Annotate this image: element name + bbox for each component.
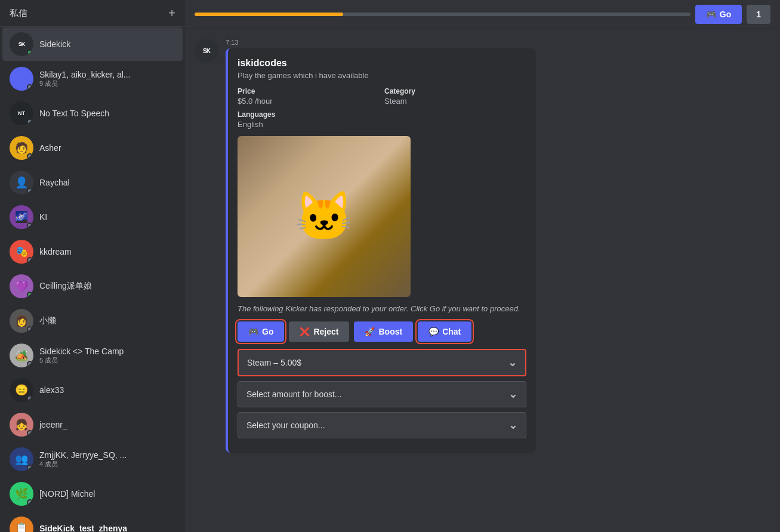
embed-desc: Play the games which i have available: [238, 71, 526, 80]
sidebar-item-jeeenr[interactable]: 👧 jeeenr_: [2, 408, 183, 441]
sidebar-item-sub: 5 成员: [39, 356, 124, 365]
avatar: 🎭: [10, 240, 33, 264]
price-value: $5.0 /hour: [238, 97, 380, 106]
category-label: Category: [384, 87, 526, 95]
cat-image: [238, 136, 411, 297]
x-icon: [300, 327, 310, 336]
sidebar-item-nord[interactable]: 🌿 [NORD] Michel: [2, 477, 183, 511]
avatar: 👥: [10, 447, 33, 471]
sidebar-item-asher[interactable]: 🧑 Asher: [2, 131, 183, 165]
sidebar: 私信 + SK Sidekick Skilay1, aiko_kicker, a…: [0, 0, 185, 532]
gamepad-icon: [706, 10, 716, 19]
avatar: 😑: [10, 378, 33, 402]
avatar: 🌌: [10, 205, 33, 229]
avatar: 💜: [10, 274, 33, 298]
avatar: 🏕️: [10, 344, 33, 367]
languages-value: English: [238, 120, 380, 129]
sidebar-item-kl[interactable]: 🌌 KI: [2, 200, 183, 234]
progress-bar: [195, 13, 690, 16]
sidebar-item-test[interactable]: 📋 SideKick_test_zhenya: [2, 512, 183, 532]
go-button[interactable]: Go: [238, 321, 284, 342]
sidebar-item-kkdream[interactable]: 🎭 kkdream: [2, 235, 183, 268]
sidebar-item-name: kkdream: [39, 247, 72, 256]
boost-button[interactable]: Boost: [354, 321, 413, 342]
chevron-down-icon: [508, 356, 517, 369]
sidebar-item-camp[interactable]: 🏕️ Sidekick <> The Camp 5 成员: [2, 339, 183, 372]
languages-label: Languages: [238, 110, 380, 119]
avatar: 👤: [10, 171, 33, 194]
sidebar-item-name: [NORD] Michel: [39, 489, 95, 499]
progress-fill: [195, 13, 343, 16]
sidebar-item-zmjj[interactable]: 👥 ZmjjKK, Jerryye_SQ, ... 4 成员: [2, 443, 183, 476]
embed-fields: Price $5.0 /hour Category Steam Language…: [238, 87, 526, 129]
reject-button[interactable]: Reject: [289, 321, 349, 342]
avatar: 👧: [10, 413, 33, 437]
sidebar-item-name: ZmjjKK, Jerryye_SQ, ...: [39, 450, 127, 460]
top-bar: Go 1: [185, 0, 780, 29]
action-buttons: Go Reject Boost Chat: [238, 321, 526, 342]
avatar: 📋: [10, 516, 33, 532]
avatar: NT: [10, 101, 33, 125]
price-label: Price: [238, 87, 380, 95]
main-content: Go 1 SK 7:13 iskidcodes Play the games w…: [185, 0, 780, 532]
rocket-icon: [365, 327, 375, 336]
embed-footer: The following Kicker has responded to yo…: [238, 304, 526, 313]
sidebar-item-name: KI: [39, 212, 47, 222]
embed-title: iskidcodes: [238, 58, 526, 69]
sidebar-item-name: Raychal: [39, 178, 70, 187]
sidebar-item-xiao[interactable]: 👩 小懒: [2, 304, 183, 338]
topbar-number-button[interactable]: 1: [747, 5, 770, 24]
coupon-dropdown[interactable]: Select your coupon...: [238, 412, 526, 438]
sidebar-item-name: Asher: [39, 143, 61, 153]
message-block: SK 7:13 iskidcodes Play the games which …: [195, 39, 770, 453]
topbar-go-button[interactable]: Go: [695, 5, 742, 24]
price-field: Price $5.0 /hour: [238, 87, 380, 106]
embed-image: [238, 136, 411, 297]
avatar: 👩: [10, 309, 33, 333]
avatar: 🧑: [10, 136, 33, 160]
sidebar-item-sub: 4 成员: [39, 460, 127, 469]
avatar: 🌿: [10, 482, 33, 506]
sidebar-item-name: jeeenr_: [39, 420, 67, 429]
sidebar-item-name: SideKick_test_zhenya: [39, 524, 127, 532]
sidebar-item-name: Ceilling派单娘: [39, 281, 92, 292]
chevron-down-icon: [508, 388, 517, 401]
sidebar-item-name: Sidekick <> The Camp: [39, 347, 124, 356]
avatar: SK: [10, 32, 33, 56]
category-field: Category Steam: [384, 87, 526, 106]
add-dm-button[interactable]: +: [168, 7, 175, 19]
sidebar-item-name: alex33: [39, 385, 64, 395]
sidebar-item-sidekick[interactable]: SK Sidekick: [2, 27, 183, 61]
category-value: Steam: [384, 97, 526, 106]
chat-area: SK 7:13 iskidcodes Play the games which …: [185, 29, 780, 532]
sidebar-item-sub: 9 成员: [39, 79, 131, 88]
boost-amount-dropdown[interactable]: Select amount for boost...: [238, 381, 526, 407]
sidebar-header: 私信 +: [0, 0, 185, 27]
avatar: [10, 67, 33, 91]
languages-field: Languages English: [238, 110, 380, 129]
sidebar-item-name: Sidekick: [39, 39, 70, 49]
sidebar-item-raychal[interactable]: 👤 Raychal: [2, 166, 183, 199]
sidebar-title: 私信: [10, 8, 27, 19]
message-time: 7:13: [226, 39, 238, 46]
sidebar-item-alex[interactable]: 😑 alex33: [2, 373, 183, 407]
sidebar-item-notts[interactable]: NT No Text To Speech: [2, 97, 183, 130]
chat-button[interactable]: Chat: [418, 321, 471, 342]
chat-bubble-icon: [428, 327, 439, 336]
sidebar-item-name: Skilay1, aiko_kicker, al...: [39, 70, 131, 79]
payment-dropdown[interactable]: Steam – 5.00$: [238, 349, 526, 376]
sidebar-item-name: 小懒: [39, 316, 56, 326]
message-avatar: SK: [195, 39, 218, 63]
gamepad-icon: [248, 327, 258, 336]
chevron-down-icon: [508, 419, 517, 432]
embed-card: iskidcodes Play the games which i have a…: [226, 48, 536, 453]
sidebar-item-ceilling[interactable]: 💜 Ceilling派单娘: [2, 270, 183, 303]
sidebar-item-skilay[interactable]: Skilay1, aiko_kicker, al... 9 成员: [2, 62, 183, 95]
sidebar-item-name: No Text To Speech: [39, 109, 109, 118]
message-header: 7:13: [226, 39, 770, 46]
message-content: 7:13 iskidcodes Play the games which i h…: [226, 39, 770, 453]
